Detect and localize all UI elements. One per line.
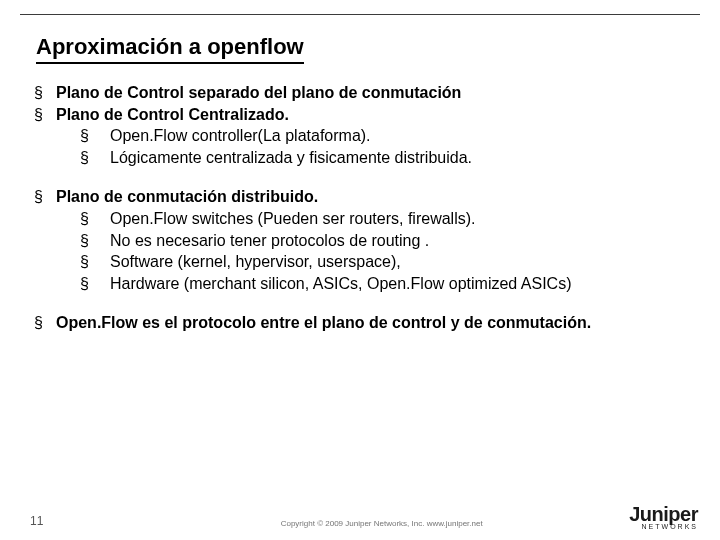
title-wrap: Aproximación a openflow	[30, 34, 690, 64]
logo: Juniper NETWORKS	[629, 505, 698, 530]
bullet-group: §Plano de conmutación distribuido.§Open.…	[34, 186, 690, 294]
sub-bullet-item: §Lógicamente centralizada y fisicamente …	[34, 147, 690, 169]
copyright: Copyright © 2009 Juniper Networks, Inc. …	[73, 519, 690, 528]
sub-bullet-item: §No es necesario tener protocolos de rou…	[34, 230, 690, 252]
bullet-icon: §	[34, 104, 56, 126]
sub-bullet-text: Software (kernel, hypervisor, userspace)…	[110, 251, 690, 273]
bullet-item: §Open.Flow es el protocolo entre el plan…	[34, 312, 690, 334]
bullet-item: §Plano de Control separado del plano de …	[34, 82, 690, 104]
bullet-group: §Open.Flow es el protocolo entre el plan…	[34, 312, 690, 334]
bullet-group: §Plano de Control separado del plano de …	[34, 82, 690, 168]
bullet-text: Plano de Control separado del plano de c…	[56, 82, 690, 104]
bullet-icon: §	[80, 273, 110, 295]
footer: 11 Copyright © 2009 Juniper Networks, In…	[0, 514, 720, 528]
sub-bullet-item: §Hardware (merchant silicon, ASICs, Open…	[34, 273, 690, 295]
sub-bullet-text: Lógicamente centralizada y fisicamente d…	[110, 147, 690, 169]
bullet-icon: §	[80, 251, 110, 273]
bullet-item: §Plano de conmutación distribuido.	[34, 186, 690, 208]
bullet-icon: §	[80, 230, 110, 252]
content: §Plano de Control separado del plano de …	[30, 82, 690, 334]
top-rule	[20, 14, 700, 15]
bullet-icon: §	[80, 208, 110, 230]
bullet-icon: §	[34, 82, 56, 104]
bullet-icon: §	[34, 312, 56, 334]
bullet-text: Open.Flow es el protocolo entre el plano…	[56, 312, 690, 334]
logo-main: Juniper	[629, 505, 698, 523]
bullet-icon: §	[80, 125, 110, 147]
bullet-text: Plano de conmutación distribuido.	[56, 186, 690, 208]
sub-bullet-item: §Open.Flow switches (Pueden ser routers,…	[34, 208, 690, 230]
bullet-icon: §	[80, 147, 110, 169]
bullet-item: §Plano de Control Centralizado.	[34, 104, 690, 126]
sub-bullet-item: §Software (kernel, hypervisor, userspace…	[34, 251, 690, 273]
sub-bullet-text: Open.Flow switches (Pueden ser routers, …	[110, 208, 690, 230]
sub-bullet-text: Open.Flow controller(La plataforma).	[110, 125, 690, 147]
sub-bullet-item: §Open.Flow controller(La plataforma).	[34, 125, 690, 147]
sub-bullet-text: Hardware (merchant silicon, ASICs, Open.…	[110, 273, 690, 295]
page-number: 11	[30, 514, 43, 528]
bullet-text: Plano de Control Centralizado.	[56, 104, 690, 126]
slide-title: Aproximación a openflow	[36, 34, 304, 64]
bullet-icon: §	[34, 186, 56, 208]
slide: Aproximación a openflow §Plano de Contro…	[0, 0, 720, 540]
sub-bullet-text: No es necesario tener protocolos de rout…	[110, 230, 690, 252]
